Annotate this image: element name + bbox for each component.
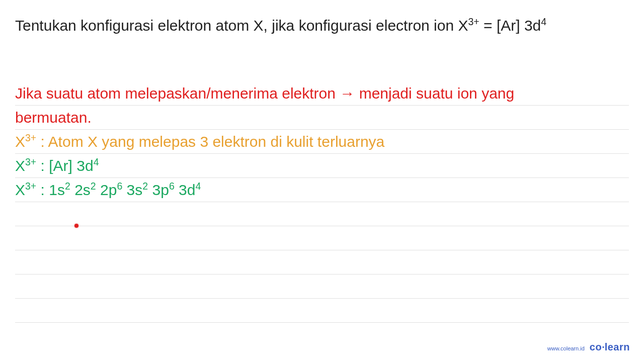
line-row: X3+ : Atom X yang melepas 3 elektron di … (15, 130, 629, 154)
g2-s3: 2p (96, 182, 117, 198)
explanation-green-line-2: X3+ : 1s2 2s2 2p6 3s2 3p6 3d4 (15, 182, 201, 199)
question-mid: = [Ar] 3d (479, 17, 541, 34)
logo-pre: co (590, 341, 602, 352)
arrow-icon: → (340, 85, 355, 102)
g2-s5: 3p (148, 182, 169, 198)
question-prefix: Tentukan konfigurasi elektron atom X, ji… (15, 17, 468, 34)
empty-rule-line (15, 202, 629, 226)
g2-e1: 2 (65, 180, 70, 192)
g2-s1: : 1s (36, 182, 65, 198)
g2-s2: 2s (70, 182, 91, 198)
g2-e4: 2 (142, 180, 148, 192)
question-ion-sup: 3+ (468, 16, 479, 27)
explanation-red-line-2: bermuatan. (15, 106, 92, 129)
g2-e5: 6 (169, 180, 175, 192)
explanation-red-line-1: Jika suatu atom melepaskan/menerima elek… (15, 82, 514, 105)
g2-e6: 4 (195, 180, 201, 192)
g1-pre: X (15, 157, 25, 174)
line-row: bermuatan. (15, 106, 629, 130)
question-end-sup: 4 (541, 16, 546, 27)
empty-rule-line (15, 250, 629, 275)
g2-s6: 3d (175, 182, 196, 198)
empty-rule-line (15, 226, 629, 250)
footer-logo: co·learn (590, 341, 630, 353)
g1-sup2: 4 (94, 156, 99, 167)
g1-mid: : [Ar] 3d (36, 157, 93, 174)
line-row: X3+ : [Ar] 3d4 (15, 154, 629, 178)
g1-sup: 3+ (25, 156, 36, 167)
footer: www.colearn.id co·learn (547, 341, 630, 353)
g2-sup: 3+ (25, 180, 36, 192)
orange-pre: X (15, 133, 25, 150)
explanation-area: Jika suatu atom melepaskan/menerima elek… (0, 81, 644, 323)
g2-pre: X (15, 182, 25, 198)
logo-post: learn (605, 341, 630, 352)
orange-sup: 3+ (25, 132, 36, 143)
g2-s4: 3s (122, 182, 142, 198)
g2-e3: 6 (117, 180, 122, 192)
explanation-orange-line: X3+ : Atom X yang melepas 3 elektron di … (15, 133, 384, 150)
empty-rule-line (15, 275, 629, 299)
empty-rule-line (15, 299, 629, 323)
explanation-green-line-1: X3+ : [Ar] 3d4 (15, 157, 99, 174)
red1-part1: Jika suatu atom melepaskan/menerima elek… (15, 85, 340, 102)
orange-rest: : Atom X yang melepas 3 elektron di kuli… (36, 133, 384, 150)
laser-pointer-icon (74, 224, 78, 228)
g2-e2: 2 (91, 180, 96, 192)
footer-url: www.colearn.id (547, 345, 585, 351)
question-text: Tentukan konfigurasi elektron atom X, ji… (0, 0, 644, 41)
line-row: X3+ : 1s2 2s2 2p6 3s2 3p6 3d4 (15, 178, 629, 202)
line-row: Jika suatu atom melepaskan/menerima elek… (15, 81, 629, 106)
red1-part2: menjadi suatu ion yang (355, 85, 514, 102)
